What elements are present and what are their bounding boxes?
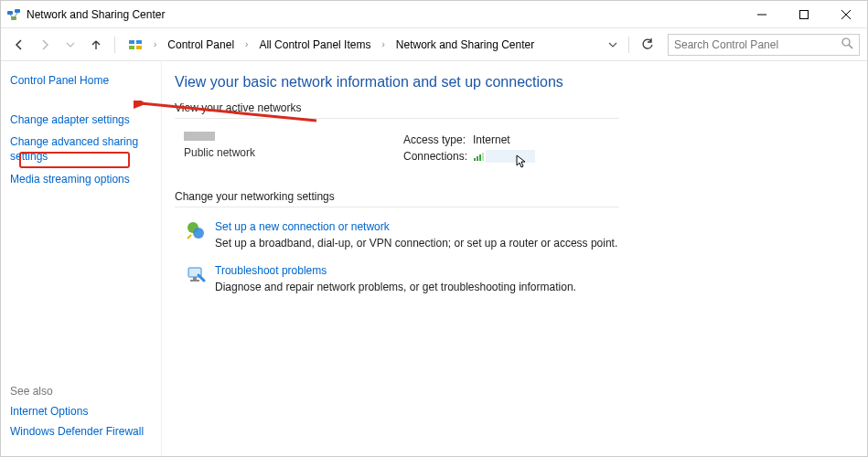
navbar: › Control Panel › All Control Panel Item…	[1, 28, 867, 61]
up-button[interactable]	[85, 34, 107, 56]
close-button[interactable]	[825, 1, 867, 27]
svg-line-12	[849, 45, 852, 48]
sidebar-link-change-adapter[interactable]: Change adapter settings	[10, 112, 152, 127]
svg-rect-14	[477, 156, 478, 161]
sidebar: Control Panel Home Change adapter settin…	[1, 61, 162, 456]
maximize-button[interactable]	[783, 1, 825, 27]
access-type-label: Access type:	[403, 133, 473, 146]
svg-rect-10	[136, 46, 142, 49]
access-type-value: Internet	[473, 133, 510, 146]
connections-label: Connections:	[403, 150, 473, 163]
network-type: Public network	[184, 146, 403, 159]
svg-rect-9	[129, 46, 134, 49]
svg-rect-7	[129, 40, 134, 44]
sidebar-link-advanced-sharing[interactable]: Change advanced sharing settings	[10, 134, 152, 164]
option-title[interactable]: Troubleshoot problems	[215, 264, 576, 277]
setup-connection-icon	[186, 220, 206, 240]
connection-name-link[interactable]	[486, 150, 535, 163]
recent-dropdown[interactable]	[59, 34, 81, 56]
page-title: View your basic network information and …	[175, 74, 845, 90]
svg-rect-20	[193, 277, 197, 280]
minimize-button[interactable]	[741, 1, 783, 27]
breadcrumb-item[interactable]: All Control Panel Items	[253, 37, 376, 53]
search-input[interactable]	[674, 38, 841, 51]
search-icon[interactable]	[841, 37, 853, 52]
control-panel-icon	[126, 36, 145, 54]
see-also-internet-options[interactable]: Internet Options	[10, 405, 152, 418]
window-buttons	[741, 1, 867, 27]
svg-rect-1	[15, 9, 20, 13]
titlebar: Network and Sharing Center	[1, 1, 867, 28]
breadcrumb-item[interactable]: Network and Sharing Center	[391, 37, 540, 53]
svg-rect-21	[190, 280, 199, 282]
main-area: Control Panel Home Change adapter settin…	[1, 61, 867, 456]
troubleshoot-icon	[186, 264, 206, 284]
app-icon	[6, 7, 21, 22]
see-also-title: See also	[10, 385, 152, 398]
breadcrumb-dropdown[interactable]	[605, 34, 621, 56]
svg-rect-4	[800, 10, 809, 18]
svg-rect-0	[7, 11, 13, 15]
change-settings-header: Change your networking settings	[175, 190, 619, 207]
option-desc: Diagnose and repair network problems, or…	[215, 281, 576, 293]
option-troubleshoot: Troubleshoot problems Diagnose and repai…	[186, 264, 845, 293]
window-title: Network and Sharing Center	[27, 8, 741, 21]
breadcrumb-item[interactable]: Control Panel	[162, 37, 240, 53]
forward-button[interactable]	[34, 34, 56, 56]
back-button[interactable]	[8, 34, 30, 56]
wifi-signal-icon	[473, 151, 484, 162]
search-box[interactable]	[668, 34, 860, 56]
network-name-redacted	[184, 132, 215, 141]
option-setup-connection: Set up a new connection or network Set u…	[186, 220, 845, 250]
divider	[114, 37, 115, 53]
svg-rect-8	[136, 40, 142, 44]
divider	[628, 37, 629, 53]
active-networks-header: View your active networks	[175, 101, 619, 119]
content-pane: View your basic network information and …	[162, 61, 867, 456]
chevron-right-icon[interactable]: ›	[243, 39, 250, 49]
svg-point-18	[193, 228, 204, 239]
option-desc: Set up a broadband, dial-up, or VPN conn…	[215, 237, 617, 250]
svg-rect-16	[482, 153, 484, 161]
svg-point-11	[842, 38, 850, 46]
active-network-block: Public network Access type: Internet Con…	[184, 132, 845, 165]
refresh-button[interactable]	[637, 34, 659, 56]
svg-rect-15	[479, 154, 481, 161]
option-title[interactable]: Set up a new connection or network	[215, 220, 617, 233]
chevron-right-icon[interactable]: ›	[380, 39, 386, 49]
svg-rect-13	[474, 158, 476, 161]
see-also-windows-firewall[interactable]: Windows Defender Firewall	[10, 425, 152, 438]
sidebar-link-media-streaming[interactable]: Media streaming options	[10, 172, 152, 186]
chevron-right-icon[interactable]: ›	[152, 39, 158, 49]
control-panel-home-link[interactable]: Control Panel Home	[10, 74, 152, 87]
see-also-section: See also Internet Options Windows Defend…	[10, 385, 152, 445]
